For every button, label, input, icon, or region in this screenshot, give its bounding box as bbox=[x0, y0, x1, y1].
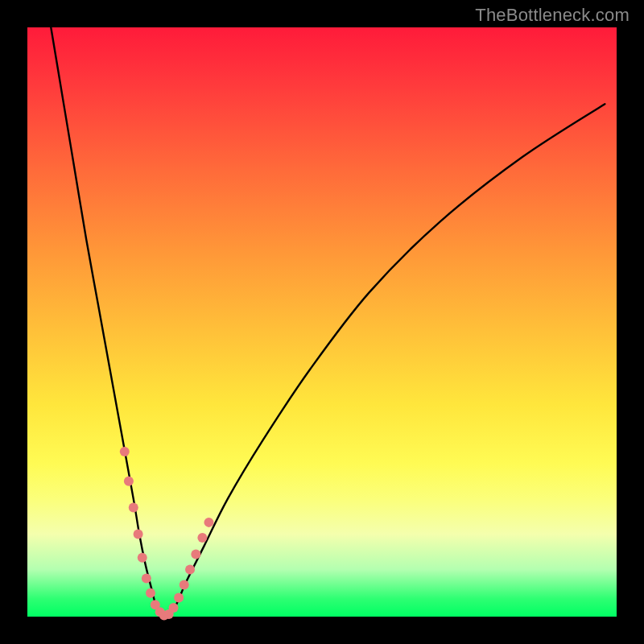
highlight-dot bbox=[204, 518, 213, 527]
highlight-dot bbox=[142, 573, 151, 583]
curve-svg bbox=[27, 27, 617, 617]
highlight-dot bbox=[169, 603, 179, 613]
highlight-dot bbox=[174, 593, 184, 603]
highlight-dots bbox=[120, 447, 214, 620]
highlight-dot bbox=[138, 553, 147, 563]
watermark-text: TheBottleneck.com bbox=[475, 5, 630, 26]
highlight-dot bbox=[180, 580, 189, 589]
chart-frame: TheBottleneck.com bbox=[0, 0, 644, 644]
highlight-dot bbox=[134, 530, 143, 539]
highlight-dot bbox=[124, 477, 134, 486]
highlight-dot bbox=[129, 503, 138, 513]
highlight-dot bbox=[146, 588, 155, 598]
plot-area bbox=[27, 27, 617, 617]
highlight-dot bbox=[197, 533, 207, 543]
highlight-dot bbox=[191, 549, 200, 559]
bottleneck-curve bbox=[51, 27, 605, 617]
highlight-dot bbox=[120, 447, 130, 456]
highlight-dot bbox=[185, 564, 195, 574]
